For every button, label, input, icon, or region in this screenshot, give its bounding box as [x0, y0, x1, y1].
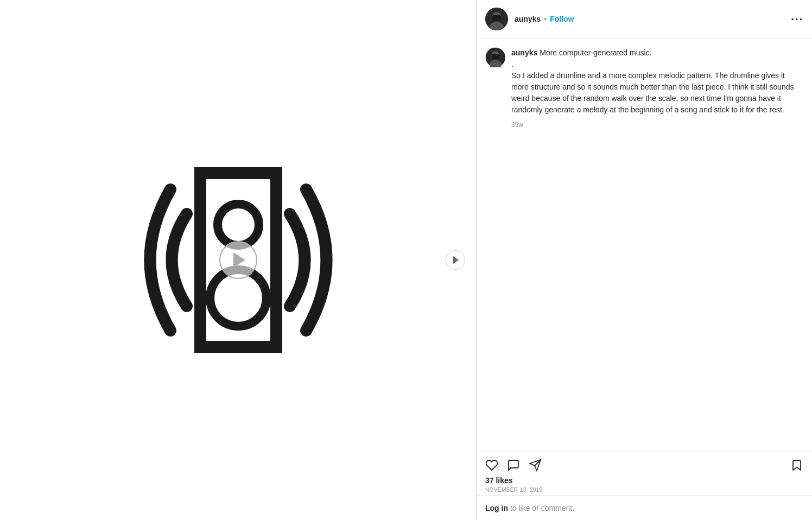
right-panel: aunyks • Follow ··· aunyksMore computer-… [477, 0, 812, 520]
caption-dot: . [511, 60, 513, 68]
login-suffix: to like or comment. [508, 504, 574, 512]
like-button[interactable] [485, 459, 498, 472]
save-button[interactable] [790, 459, 803, 472]
caption-row: aunyksMore computer-generated music. . S… [485, 47, 803, 130]
login-link[interactable]: Log in [485, 504, 508, 512]
header-username: aunyks [515, 15, 541, 23]
caption-timestamp: 39w [511, 120, 803, 130]
comment-icon [507, 459, 520, 472]
post-date: NOVEMBER 13, 2019 [485, 487, 803, 493]
play-button[interactable] [219, 241, 257, 279]
svg-point-1 [218, 204, 259, 245]
heart-icon [485, 459, 498, 472]
follow-button[interactable]: Follow [550, 15, 574, 23]
user-avatar [485, 8, 508, 30]
share-icon [529, 459, 542, 472]
caption-username: aunyks [511, 48, 537, 57]
more-options-button[interactable]: ··· [791, 13, 803, 26]
caption-line1: More computer-generated music. [540, 48, 651, 57]
header-user-info: aunyks • Follow [515, 15, 791, 23]
caption-body: aunyksMore computer-generated music. . S… [511, 47, 803, 130]
svg-rect-10 [492, 54, 499, 59]
comments-area: aunyksMore computer-generated music. . S… [477, 39, 812, 452]
media-panel [0, 0, 477, 520]
bookmark-icon [790, 459, 803, 472]
likes-count: 37 likes [485, 476, 803, 485]
share-button[interactable] [529, 459, 542, 472]
chevron-right-icon [453, 256, 459, 264]
dot-separator: • [544, 15, 547, 23]
svg-rect-6 [492, 15, 501, 21]
login-footer: Log in to like or comment. [477, 496, 812, 520]
post-header: aunyks • Follow ··· [477, 0, 812, 39]
actions-bar: 37 likes NOVEMBER 13, 2019 [477, 452, 812, 496]
action-icons-row [485, 459, 803, 472]
play-triangle-icon [233, 252, 245, 268]
comment-button[interactable] [507, 459, 520, 472]
caption-main: So I added a drumline and a more complex… [511, 71, 794, 114]
next-slide-button[interactable] [446, 250, 465, 270]
comment-avatar [485, 47, 505, 67]
